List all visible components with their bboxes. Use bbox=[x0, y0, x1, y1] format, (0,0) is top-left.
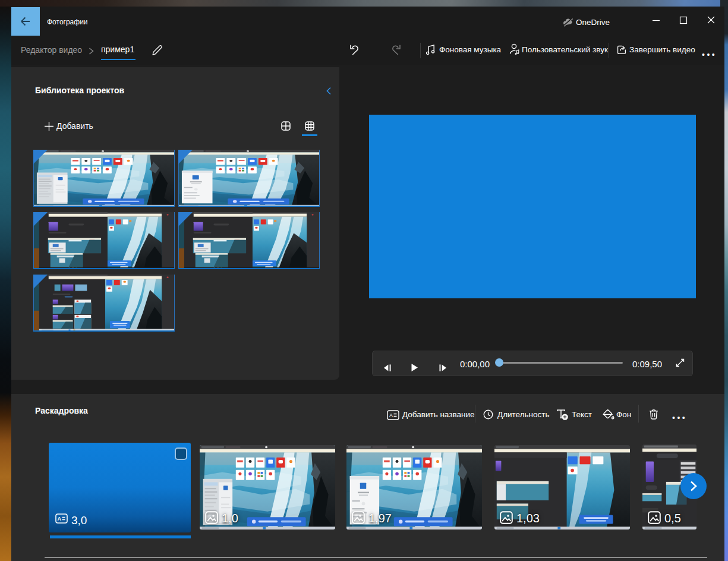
svg-text:A: A bbox=[389, 412, 393, 418]
svg-text:A: A bbox=[58, 516, 62, 522]
